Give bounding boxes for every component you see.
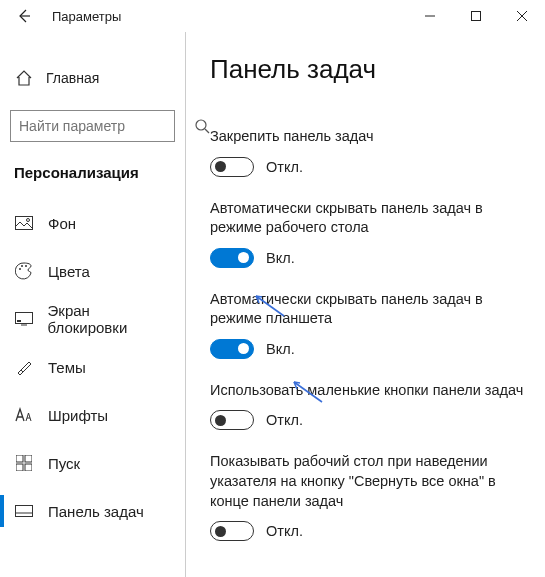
picture-icon	[14, 216, 34, 230]
toggle-state: Откл.	[266, 523, 303, 539]
toggle-state: Откл.	[266, 412, 303, 428]
sidebar-item-label: Экран блокировки	[48, 302, 171, 336]
svg-rect-12	[25, 464, 32, 471]
palette-icon	[14, 262, 34, 280]
svg-rect-10	[25, 455, 32, 462]
svg-point-4	[19, 268, 21, 270]
arrow-left-icon	[16, 8, 32, 24]
close-icon	[517, 11, 527, 21]
svg-rect-13	[16, 506, 33, 517]
back-button[interactable]	[8, 0, 40, 32]
svg-point-3	[27, 219, 30, 222]
content-pane: Панель задач Закрепить панель задач Откл…	[186, 32, 545, 577]
sidebar-home[interactable]: Главная	[0, 60, 185, 96]
toggle-autohide-desktop[interactable]	[210, 248, 254, 268]
toggle-state: Вкл.	[266, 341, 295, 357]
maximize-icon	[471, 11, 481, 21]
svg-rect-11	[16, 464, 23, 471]
setting-small-buttons: Использовать маленькие кнопки панели зад…	[210, 381, 525, 431]
grid-icon	[14, 455, 34, 471]
sidebar-item-colors[interactable]: Цвета	[0, 247, 185, 295]
svg-point-5	[21, 265, 23, 267]
sidebar-item-label: Фон	[48, 215, 76, 232]
sidebar-home-label: Главная	[46, 70, 99, 86]
taskbar-icon	[14, 505, 34, 517]
sidebar-item-themes[interactable]: Темы	[0, 343, 185, 391]
toggle-autohide-tablet[interactable]	[210, 339, 254, 359]
setting-label: Закрепить панель задач	[210, 127, 525, 147]
setting-peek-desktop: Показывать рабочий стол при наведении ук…	[210, 452, 525, 541]
minimize-button[interactable]	[407, 0, 453, 32]
close-button[interactable]	[499, 0, 545, 32]
setting-label: Автоматически скрывать панель задач в ре…	[210, 199, 525, 238]
page-title: Панель задач	[210, 54, 525, 85]
sidebar-item-label: Пуск	[48, 455, 80, 472]
svg-rect-9	[16, 455, 23, 462]
sidebar-item-label: Шрифты	[48, 407, 108, 424]
monitor-icon	[14, 312, 34, 326]
home-icon	[14, 69, 34, 87]
maximize-button[interactable]	[453, 0, 499, 32]
toggle-lock-taskbar[interactable]	[210, 157, 254, 177]
sidebar-item-label: Темы	[48, 359, 86, 376]
sidebar-item-label: Цвета	[48, 263, 90, 280]
setting-autohide-tablet: Автоматически скрывать панель задач в ре…	[210, 290, 525, 359]
setting-label: Автоматически скрывать панель задач в ре…	[210, 290, 525, 329]
svg-rect-14	[16, 513, 33, 517]
sidebar-item-taskbar[interactable]: Панель задач	[0, 487, 185, 535]
setting-autohide-desktop: Автоматически скрывать панель задач в ре…	[210, 199, 525, 268]
sidebar: Главная Персонализация Фон Цвета Э	[0, 32, 186, 577]
svg-rect-8	[17, 320, 21, 322]
search-input[interactable]	[10, 110, 175, 142]
search-field[interactable]	[19, 118, 194, 134]
toggle-small-buttons[interactable]	[210, 410, 254, 430]
svg-rect-2	[16, 217, 33, 230]
sidebar-item-lockscreen[interactable]: Экран блокировки	[0, 295, 185, 343]
toggle-peek-desktop[interactable]	[210, 521, 254, 541]
sidebar-item-fonts[interactable]: Шрифты	[0, 391, 185, 439]
sidebar-section-header: Персонализация	[0, 158, 185, 199]
setting-lock-taskbar: Закрепить панель задач Откл.	[210, 127, 525, 177]
sidebar-item-start[interactable]: Пуск	[0, 439, 185, 487]
minimize-icon	[425, 11, 435, 21]
setting-label: Показывать рабочий стол при наведении ук…	[210, 452, 525, 511]
sidebar-item-label: Панель задач	[48, 503, 144, 520]
toggle-state: Вкл.	[266, 250, 295, 266]
svg-rect-0	[472, 12, 481, 21]
font-icon	[14, 407, 34, 423]
sidebar-item-background[interactable]: Фон	[0, 199, 185, 247]
svg-point-6	[25, 265, 27, 267]
toggle-state: Откл.	[266, 159, 303, 175]
brush-icon	[14, 358, 34, 376]
window-title: Параметры	[52, 9, 121, 24]
setting-label: Использовать маленькие кнопки панели зад…	[210, 381, 525, 401]
